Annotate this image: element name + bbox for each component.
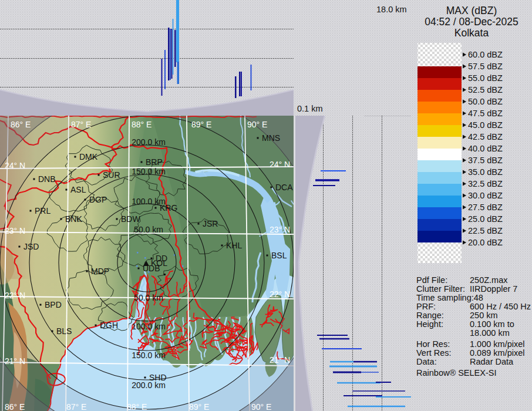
svg-text:30.0 dBZ: 30.0 dBZ	[468, 191, 503, 200]
svg-text:04:52 / 08-Dec-2025: 04:52 / 08-Dec-2025	[425, 16, 518, 28]
svg-text:Time sampling:48: Time sampling:48	[416, 293, 483, 302]
svg-text:45.0 dBZ: 45.0 dBZ	[468, 120, 503, 130]
svg-text:Height:: Height:	[416, 319, 443, 329]
svg-text:90° E: 90° E	[251, 402, 271, 411]
svg-text:KOL: KOL	[151, 258, 167, 268]
svg-text:150.0 km: 150.0 km	[132, 351, 166, 360]
svg-text:DGH: DGH	[100, 321, 118, 330]
svg-text:DMK: DMK	[79, 152, 98, 161]
svg-text:0.089 km/pixel: 0.089 km/pixel	[470, 348, 525, 358]
svg-text:37.5 dBZ: 37.5 dBZ	[468, 156, 503, 165]
svg-text:50.0 dBZ: 50.0 dBZ	[468, 97, 503, 106]
svg-text:23° N: 23° N	[270, 225, 290, 234]
svg-text:86° E: 86° E	[11, 120, 31, 129]
svg-text:0.1 km: 0.1 km	[297, 104, 323, 113]
svg-text:Rainbow® SELEX-SI: Rainbow® SELEX-SI	[416, 368, 496, 378]
svg-text:BLS: BLS	[56, 326, 72, 336]
svg-text:250 km: 250 km	[470, 311, 498, 320]
svg-text:Clutter Filter:: Clutter Filter:	[416, 284, 465, 294]
svg-text:DGP: DGP	[89, 195, 107, 204]
svg-text:200.0 km: 200.0 km	[132, 137, 166, 147]
svg-text:32.5 dBZ: 32.5 dBZ	[468, 179, 503, 188]
svg-text:MAX (dBZ): MAX (dBZ)	[446, 5, 497, 16]
svg-text:Data:: Data:	[416, 357, 437, 366]
svg-text:50.0 km: 50.0 km	[134, 225, 163, 234]
svg-text:87° E: 87° E	[71, 120, 91, 129]
svg-text:JSD: JSD	[23, 242, 39, 251]
svg-text:JSR: JSR	[203, 219, 218, 228]
svg-text:SUR: SUR	[103, 170, 120, 180]
svg-text:Range:: Range:	[416, 311, 444, 320]
svg-text:47.5 dBZ: 47.5 dBZ	[468, 109, 503, 118]
svg-text:86° E: 86° E	[5, 402, 25, 411]
svg-text:Kolkata: Kolkata	[454, 27, 489, 39]
svg-text:35.0 dBZ: 35.0 dBZ	[468, 167, 503, 177]
svg-text:Pdf File:: Pdf File:	[416, 275, 447, 285]
svg-text:50.0 km: 50.0 km	[134, 293, 163, 302]
svg-text:BRP: BRP	[146, 157, 163, 167]
svg-text:40.0 dBZ: 40.0 dBZ	[468, 144, 503, 153]
svg-text:BDW: BDW	[121, 214, 140, 224]
svg-text:MNS: MNS	[262, 133, 280, 143]
svg-text:87° E: 87° E	[66, 402, 86, 411]
svg-text:BPD: BPD	[45, 300, 62, 309]
svg-text:22° N: 22° N	[270, 289, 290, 299]
svg-text:PRF:: PRF:	[416, 302, 436, 311]
svg-text:90° E: 90° E	[247, 120, 267, 129]
svg-text:KHL: KHL	[226, 241, 242, 250]
svg-text:25.0 dBZ: 25.0 dBZ	[468, 214, 503, 224]
svg-text:42.5 dBZ: 42.5 dBZ	[468, 132, 503, 142]
svg-text:Radar Data: Radar Data	[470, 357, 514, 366]
svg-text:22.5 dBZ: 22.5 dBZ	[468, 226, 503, 235]
svg-text:55.0 dBZ: 55.0 dBZ	[468, 73, 503, 83]
svg-text:Vert Res:: Vert Res:	[416, 348, 452, 358]
svg-text:DNB: DNB	[38, 174, 56, 184]
svg-text:20.0 dBZ: 20.0 dBZ	[468, 238, 503, 247]
svg-text:DCA: DCA	[275, 183, 293, 192]
svg-text:1.000 km/pixel: 1.000 km/pixel	[470, 339, 525, 349]
svg-text:88° E: 88° E	[132, 120, 151, 129]
svg-text:BNK: BNK	[65, 214, 82, 224]
svg-text:23° N: 23° N	[5, 226, 25, 235]
svg-text:24° N: 24° N	[5, 161, 25, 170]
svg-text:PRL: PRL	[35, 206, 50, 215]
svg-text:18.000 km: 18.000 km	[470, 328, 510, 338]
svg-text:21° N: 21° N	[5, 356, 25, 366]
svg-text:BSL: BSL	[271, 251, 287, 260]
svg-text:27.5 dBZ: 27.5 dBZ	[468, 203, 503, 212]
svg-text:22° N: 22° N	[5, 291, 25, 300]
svg-text:KRG: KRG	[160, 203, 177, 213]
svg-text:MDP: MDP	[91, 267, 109, 276]
svg-text:89° E: 89° E	[189, 402, 209, 411]
svg-text:88° E: 88° E	[127, 402, 147, 411]
svg-text:250Z.max: 250Z.max	[470, 275, 508, 285]
svg-text:IIRDoppler 7: IIRDoppler 7	[470, 284, 517, 294]
svg-text:24° N: 24° N	[270, 160, 290, 169]
svg-text:18.0 km: 18.0 km	[376, 5, 407, 14]
svg-text:600 Hz / 450 Hz: 600 Hz / 450 Hz	[470, 302, 531, 311]
svg-text:89° E: 89° E	[191, 120, 211, 129]
svg-text:150.0 km: 150.0 km	[132, 167, 166, 176]
svg-text:60.0 dBZ: 60.0 dBZ	[468, 50, 503, 59]
svg-text:0.100 km to: 0.100 km to	[470, 319, 514, 329]
svg-text:100.0 km: 100.0 km	[132, 322, 166, 331]
svg-text:SHD: SHD	[149, 373, 167, 382]
svg-text:52.5 dBZ: 52.5 dBZ	[468, 85, 503, 95]
svg-text:57.5 dBZ: 57.5 dBZ	[468, 62, 503, 71]
svg-text:21° N: 21° N	[270, 355, 290, 365]
svg-text:Hor Res:: Hor Res:	[416, 339, 450, 349]
svg-text:ASL: ASL	[70, 185, 86, 194]
